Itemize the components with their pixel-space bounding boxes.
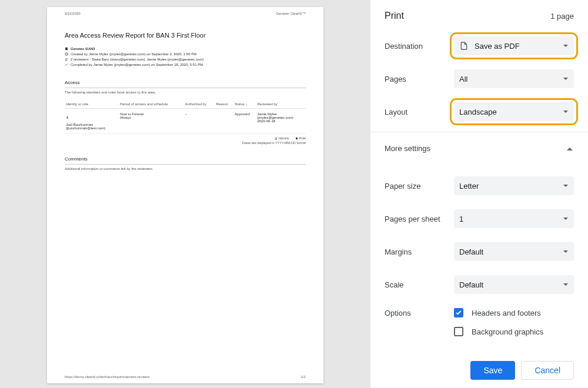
checkmark-icon bbox=[455, 309, 462, 316]
destination-value: Save as PDF bbox=[475, 42, 563, 51]
pages-per-sheet-dropdown[interactable]: 1 bbox=[454, 209, 574, 228]
cell-authorized: – bbox=[184, 109, 215, 134]
advanced-settings-group: Paper size Letter Pages per sheet 1 Marg… bbox=[370, 165, 588, 355]
cell-status: Approved bbox=[233, 109, 256, 134]
panel-header: Print 1 page bbox=[370, 0, 588, 32]
access-table: Identity or role Period of access and sc… bbox=[65, 100, 306, 134]
legend-identity: Identity bbox=[275, 136, 289, 140]
scale-value: Default bbox=[459, 280, 563, 289]
options-row: Options Headers and footers bbox=[385, 308, 574, 317]
panel-title: Print bbox=[385, 11, 404, 21]
pages-per-sheet-value: 1 bbox=[459, 215, 563, 223]
basic-settings-group: Destination Save as PDF Pages All Layout… bbox=[370, 32, 588, 132]
people-icon bbox=[65, 58, 68, 61]
svg-point-4 bbox=[67, 116, 68, 118]
scale-row: Scale Default bbox=[385, 275, 574, 294]
paper-size-value: Letter bbox=[459, 182, 563, 190]
destination-label: Destination bbox=[385, 42, 454, 51]
report-title: Area Access Review Report for BAN 3 Firs… bbox=[65, 32, 306, 39]
layout-label: Layout bbox=[385, 108, 454, 116]
layout-row: Layout Landscape bbox=[385, 102, 574, 121]
meta-org-text: Genetec BAN3 bbox=[71, 47, 95, 51]
meta-created-text: Created by Jamie Myles (jmyles@genetec.c… bbox=[71, 52, 196, 56]
settings-scroll-area[interactable]: Destination Save as PDF Pages All Layout… bbox=[370, 32, 588, 355]
cell-period: Now to Forever Always bbox=[119, 109, 184, 134]
person-icon bbox=[66, 116, 69, 119]
th-period: Period of access and schedule bbox=[119, 100, 184, 109]
destination-row: Destination Save as PDF bbox=[385, 36, 574, 55]
headers-footers-checkbox[interactable] bbox=[454, 308, 463, 317]
cell-identity-text: Joel Bourbonnais (jbourbonnais@test.com) bbox=[66, 123, 105, 130]
pages-row: Pages All bbox=[385, 69, 574, 88]
scale-dropdown[interactable]: Default bbox=[454, 275, 574, 294]
background-graphics-checkbox[interactable] bbox=[454, 327, 463, 336]
chevron-down-icon bbox=[563, 249, 569, 255]
legend-role-text: Role bbox=[299, 136, 306, 140]
meta-completed-text: Completed by Jamie Myles (jmyles@genetec… bbox=[71, 63, 204, 66]
table-row: Joel Bourbonnais (jbourbonnais@test.com)… bbox=[65, 109, 306, 134]
chevron-down-icon bbox=[563, 76, 569, 82]
svg-rect-0 bbox=[65, 48, 68, 51]
legend-role: Role bbox=[295, 136, 306, 140]
layout-value: Landscape bbox=[459, 108, 563, 116]
svg-point-5 bbox=[276, 137, 277, 138]
table-legend: Identity Role bbox=[65, 136, 306, 140]
paper-size-row: Paper size Letter bbox=[385, 176, 574, 195]
paper-size-dropdown[interactable]: Letter bbox=[454, 176, 574, 195]
th-status: Status ↓ bbox=[233, 100, 256, 109]
comments-section-desc: Additional information or comments left … bbox=[65, 167, 306, 170]
margins-row: Margins Default bbox=[385, 242, 574, 261]
chevron-down-icon bbox=[563, 282, 569, 287]
header-product: Genetec ClearID™ bbox=[276, 12, 306, 15]
chevron-down-icon bbox=[563, 109, 569, 115]
footer-url: https://demo.clearid.io/techdoc/reports/… bbox=[65, 375, 149, 379]
pages-per-sheet-row: Pages per sheet 1 bbox=[385, 209, 574, 228]
more-settings-toggle[interactable]: More settings bbox=[370, 132, 588, 165]
table-header-row: Identity or role Period of access and sc… bbox=[65, 100, 306, 109]
meta-created: Created by Jamie Myles (jmyles@genetec.c… bbox=[65, 52, 306, 56]
comments-section-title: Comments bbox=[65, 156, 306, 165]
pages-label: Pages bbox=[385, 75, 454, 83]
date-format-note: Dates are displayed in YYYY-MM-DD format bbox=[65, 141, 306, 145]
options-label: Options bbox=[385, 309, 454, 317]
background-graphics-label: Background graphics bbox=[472, 327, 543, 336]
building-icon bbox=[65, 47, 68, 51]
th-reviewed: Reviewed by bbox=[256, 100, 306, 109]
pdf-icon bbox=[459, 41, 469, 51]
pages-value: All bbox=[459, 75, 563, 83]
meta-reviewers-text: 2 reviewers - Siaka Baro (sbaro@genetec.… bbox=[71, 58, 203, 61]
svg-point-3 bbox=[66, 58, 68, 59]
meta-completed: Completed by Jamie Myles (jmyles@genetec… bbox=[65, 63, 306, 66]
legend-identity-text: Identity bbox=[279, 136, 289, 140]
pages-per-sheet-label: Pages per sheet bbox=[385, 215, 454, 223]
paper-size-label: Paper size bbox=[385, 182, 454, 190]
page-count: 1 page bbox=[550, 12, 574, 21]
cell-reason bbox=[215, 109, 233, 134]
chevron-down-icon bbox=[563, 216, 569, 222]
layout-dropdown[interactable]: Landscape bbox=[454, 102, 574, 121]
chevron-down-icon bbox=[563, 183, 569, 189]
cancel-button[interactable]: Cancel bbox=[521, 361, 574, 380]
access-section-title: Access bbox=[65, 80, 306, 88]
meta-org: Genetec BAN3 bbox=[65, 47, 306, 51]
th-reason: Reason bbox=[215, 100, 233, 109]
meta-reviewers: 2 reviewers - Siaka Baro (sbaro@genetec.… bbox=[65, 58, 306, 61]
page-footer: https://demo.clearid.io/techdoc/reports/… bbox=[65, 375, 306, 379]
print-preview-area: 9/22/2020 Genetec ClearID™ Area Access R… bbox=[0, 0, 370, 388]
person-icon bbox=[275, 137, 278, 140]
th-identity: Identity or role bbox=[65, 100, 119, 109]
save-button[interactable]: Save bbox=[470, 361, 515, 380]
button-row: Save Cancel bbox=[370, 355, 588, 388]
th-authorized: Authorized by bbox=[184, 100, 215, 109]
preview-page: 9/22/2020 Genetec ClearID™ Area Access R… bbox=[47, 7, 323, 383]
scale-label: Scale bbox=[385, 280, 454, 289]
destination-dropdown[interactable]: Save as PDF bbox=[454, 36, 574, 55]
background-graphics-row: Background graphics bbox=[454, 327, 574, 336]
print-panel: Print 1 page Destination Save as PDF Pag… bbox=[370, 0, 588, 388]
pages-dropdown[interactable]: All bbox=[454, 69, 574, 88]
access-section-desc: The following identities and roles have … bbox=[65, 91, 306, 94]
shield-icon bbox=[295, 137, 298, 140]
chevron-down-icon bbox=[563, 43, 569, 49]
margins-value: Default bbox=[459, 247, 563, 256]
margins-dropdown[interactable]: Default bbox=[454, 242, 574, 261]
